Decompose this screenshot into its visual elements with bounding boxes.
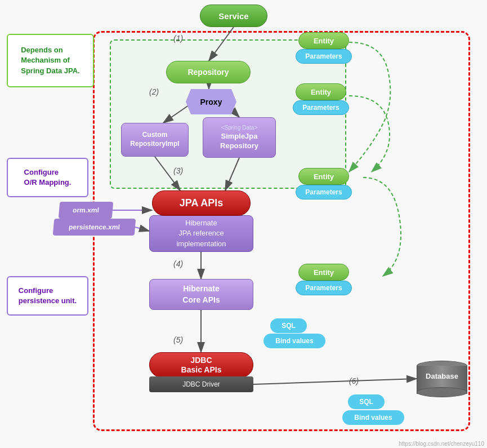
step4-label: (4)	[173, 259, 183, 268]
persistence-xml-node: persistence.xml	[53, 219, 136, 236]
step5-label: (5)	[173, 335, 183, 344]
configure-persistence-box: Configurepersistence unit.	[7, 276, 88, 316]
jpa-apis-node: JPA APIs	[152, 190, 251, 216]
entity-node-2: Entity	[296, 83, 346, 100]
sql-node-1: SQL	[270, 318, 307, 333]
params-node-4: Parameters	[296, 281, 352, 295]
repository-node: Repository	[166, 61, 251, 83]
entity-node-1: Entity	[298, 32, 349, 49]
step3-label: (3)	[173, 166, 183, 175]
hibernate-core-node: HibernateCore APIs	[149, 279, 253, 310]
params-node-2: Parameters	[293, 100, 349, 115]
bind-values-node-1: Bind values	[263, 334, 325, 348]
simplejpa-node: <Spring Data> SimpleJpaRepository	[203, 117, 276, 158]
entity-node-3: Entity	[298, 168, 349, 185]
jdbc-driver-node: JDBC Driver	[149, 376, 253, 392]
step6-label: (6)	[349, 376, 359, 385]
watermark: https://blog.csdn.net/chenzeyu110	[399, 441, 484, 447]
orm-xml-node: orm.xml	[59, 202, 114, 219]
jdbc-apis-node: JDBCBasic APIs	[149, 352, 253, 378]
bind-values-node-2: Bind values	[342, 410, 404, 425]
hibernate-jpa-node: HibernateJPA referenceimplementation	[149, 215, 253, 252]
step1-label: (1)	[173, 34, 183, 43]
proxy-node: Proxy	[186, 89, 236, 114]
database-node: Database	[417, 361, 467, 397]
params-node-3: Parameters	[296, 185, 352, 199]
database-label: Database	[417, 372, 467, 380]
step2-label: (2)	[149, 87, 159, 96]
configure-or-box: ConfigureO/R Mapping.	[7, 158, 88, 197]
depends-on-box: Depends onMechanism ofSpring Data JPA.	[7, 34, 94, 87]
custom-repo-node: CustomRepositoryImpl	[121, 123, 189, 157]
entity-node-4: Entity	[298, 264, 349, 281]
sql-node-2: SQL	[348, 394, 385, 409]
params-node-1: Parameters	[296, 49, 352, 64]
service-node: Service	[200, 5, 267, 27]
diagram-container: Service (1) Repository (2) Proxy CustomR…	[0, 0, 487, 448]
